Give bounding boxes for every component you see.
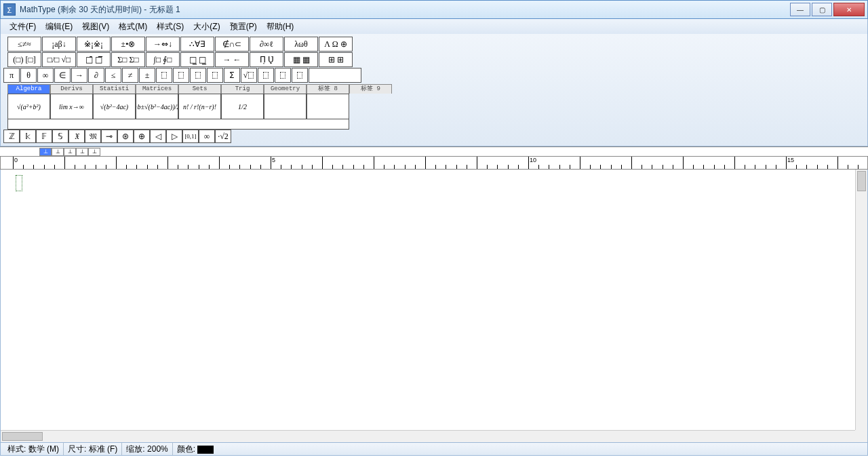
menu-size[interactable]: 大小(Z) (189, 21, 224, 33)
symbol-infinity[interactable]: ∞ (37, 68, 54, 83)
sym-tri-left[interactable]: ◁ (150, 130, 166, 143)
sym-lollipop[interactable]: ⊸ (101, 130, 117, 143)
sym-s[interactable]: 𝕊 (52, 130, 68, 143)
ruler-mode-decimal[interactable]: ⊥ (76, 148, 88, 156)
tab-matrices[interactable]: Matrices (136, 84, 178, 94)
tab-derivs[interactable]: Derivs (50, 84, 93, 94)
menu-format[interactable]: 格式(M) (114, 21, 152, 33)
sym-interval[interactable]: [0,1] (182, 130, 199, 143)
tab-geometry[interactable]: Geometry (264, 84, 307, 94)
hscroll-thumb[interactable] (2, 432, 43, 441)
template-quadratic[interactable]: (−b±√(b²−4ac))/2a (136, 94, 178, 119)
misc-symbols[interactable]: ∂∞ℓ (250, 37, 283, 52)
fraction-radical-templates[interactable]: □/□ √□ (42, 52, 76, 67)
arrow-symbols[interactable]: →⇔↓ (146, 37, 180, 52)
spaces-ellipses[interactable]: ¡aβ↓ (42, 37, 76, 52)
template-empty-1[interactable] (264, 94, 307, 119)
sym-root2[interactable]: ·√2 (215, 130, 231, 143)
template-slot-a[interactable] (258, 68, 274, 83)
tab-trig[interactable]: Trig (221, 84, 264, 94)
sym-k[interactable]: 𝕜 (20, 130, 36, 143)
template-sqrt[interactable]: √ (241, 68, 257, 83)
ruler-mode-left[interactable]: ⊥ (39, 148, 52, 156)
fence-templates[interactable]: (□) [□] (7, 52, 41, 67)
menu-file[interactable]: 文件(F) (5, 21, 41, 33)
template-limit[interactable]: lim x→∞ (50, 94, 93, 119)
status-color[interactable]: 颜色: (173, 443, 218, 455)
embellishments[interactable]: ※¡※¡ (77, 37, 111, 52)
template-strip[interactable] (7, 119, 349, 130)
sym-f[interactable]: 𝔽 (36, 130, 52, 143)
sym-circledast[interactable]: ⊛ (117, 130, 134, 143)
tab-9[interactable]: 标签 9 (349, 84, 392, 94)
sym-m[interactable]: 𝔐 (85, 130, 101, 143)
tab-8[interactable]: 标签 8 (307, 84, 349, 94)
template-empty-2[interactable] (307, 94, 349, 119)
template-combination[interactable]: n! / r!(n−r)! (178, 94, 221, 119)
status-zoom-label: 缩放: (126, 444, 144, 454)
menu-style[interactable]: 样式(S) (152, 21, 189, 33)
symbol-partial[interactable]: ∂ (88, 68, 104, 83)
template-pythag[interactable]: √(a²+b²) (7, 94, 50, 119)
template-half[interactable]: 1/2 (221, 94, 264, 119)
menu-edit[interactable]: 编辑(E) (41, 21, 77, 33)
relational-symbols[interactable]: ≤≠≈ (7, 37, 41, 52)
symbol-pi[interactable]: π (3, 68, 20, 83)
ruler-mode-bar[interactable]: ⊥ (88, 148, 100, 156)
symbol-pm[interactable]: ± (139, 68, 155, 83)
ruler-mode-right[interactable]: ⊥ (64, 148, 76, 156)
box-templates[interactable]: ⊞ ⊞ (319, 52, 353, 67)
ruler[interactable]: 051015 (0, 156, 868, 170)
symbol-theta[interactable]: θ (20, 68, 37, 83)
maximize-button[interactable]: ▢ (812, 3, 832, 16)
tab-statistics[interactable]: Statisti (93, 84, 136, 94)
greek-uppercase[interactable]: Λ Ω ⊕ (319, 37, 353, 52)
palette-row-3: π θ ∞ ∈ → ∂ ≤ ≠ ± Σ̄ √ (3, 68, 865, 83)
sym-x[interactable]: 𝔛 (68, 130, 85, 143)
status-zoom[interactable]: 缩放: 200% (122, 443, 172, 455)
sym-z[interactable]: ℤ (3, 130, 20, 143)
summation-templates[interactable]: Σ□ Σ□ (111, 52, 145, 67)
subscript-superscript-templates[interactable]: □̄ □̅ (77, 52, 111, 67)
operator-symbols[interactable]: ±•⊗ (111, 37, 145, 52)
symbol-leq[interactable]: ≤ (105, 68, 121, 83)
menu-help[interactable]: 帮助(H) (262, 21, 299, 33)
template-slot-blank[interactable] (309, 68, 361, 83)
ruler-mode-center[interactable]: ⊥ (52, 148, 64, 156)
template-sum[interactable]: Σ̄ (224, 68, 240, 83)
template-parens[interactable] (156, 68, 172, 83)
minimize-button[interactable]: — (790, 3, 810, 16)
integral-templates[interactable]: ∫□ ∮□ (146, 52, 180, 67)
set-theory-symbols[interactable]: ∉∩⊂ (215, 37, 249, 52)
equation-editor[interactable] (1, 170, 855, 430)
underbar-overbar-templates[interactable]: □̲ □̲ (180, 52, 214, 67)
symbol-element[interactable]: ∈ (54, 68, 71, 83)
template-discriminant[interactable]: √(b²−4ac) (93, 94, 136, 119)
sym-oplus[interactable]: ⊕ (134, 130, 150, 143)
template-braces[interactable] (190, 68, 206, 83)
menu-view[interactable]: 视图(V) (77, 21, 114, 33)
labeled-arrow-templates[interactable]: → ← (215, 52, 249, 67)
close-button[interactable]: ✕ (833, 3, 865, 16)
symbol-neq[interactable]: ≠ (122, 68, 138, 83)
matrix-templates[interactable]: ▦ ▦ (284, 52, 318, 67)
logical-symbols[interactable]: ∴∀∃ (180, 37, 214, 52)
template-overbar[interactable] (207, 68, 223, 83)
menu-preferences[interactable]: 预置(P) (225, 21, 262, 33)
tab-sets[interactable]: Sets (178, 84, 221, 94)
horizontal-scrollbar[interactable] (1, 430, 855, 442)
symbol-arrow[interactable]: → (71, 68, 87, 83)
tab-algebra[interactable]: Algebra (7, 84, 50, 94)
vertical-scrollbar[interactable] (855, 170, 867, 430)
template-slot-c[interactable] (292, 68, 308, 83)
product-set-templates[interactable]: Π̣ Ų̇ (250, 52, 283, 67)
greek-lowercase[interactable]: λωθ (284, 37, 318, 52)
sym-infty[interactable]: ∞ (199, 130, 215, 143)
vscroll-thumb[interactable] (857, 171, 866, 191)
sym-tri-right[interactable]: ▷ (166, 130, 182, 143)
status-style[interactable]: 样式: 数学 (M) (3, 443, 64, 455)
template-slot-b[interactable] (275, 68, 291, 83)
toolbar-zone: ≤≠≈ ¡aβ↓ ※¡※¡ ±•⊗ →⇔↓ ∴∀∃ ∉∩⊂ ∂∞ℓ λωθ Λ … (0, 34, 868, 146)
template-brackets[interactable] (173, 68, 189, 83)
status-size[interactable]: 尺寸: 标准 (F) (64, 443, 122, 455)
